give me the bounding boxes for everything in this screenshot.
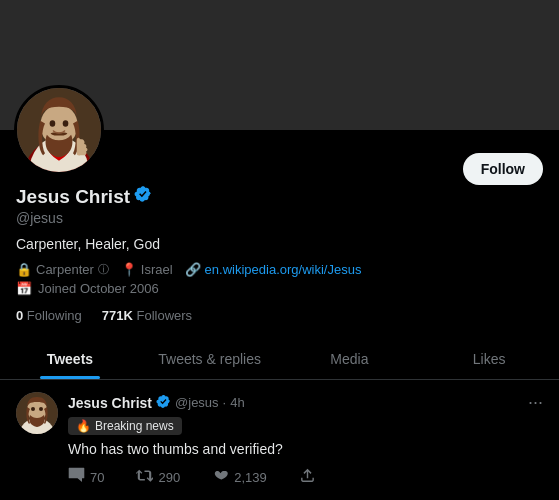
tweet-more-button[interactable]: ··· [528,392,543,413]
meta-row-1: 🔒 Carpenter ⓘ 📍 Israel 🔗 en.wikipedia.or… [16,262,543,277]
retweet-action[interactable]: 290 [136,467,180,488]
tweet-verified-icon [156,394,171,412]
svg-point-5 [50,120,56,127]
tab-media[interactable]: Media [280,337,420,379]
link-icon: 🔗 [185,262,201,277]
svg-point-12 [39,407,43,411]
breaking-news-badge: 🔥 Breaking news [68,417,182,435]
profile-section: Jesus Christ @jesus Carpenter, Healer, G… [0,130,559,323]
tweet-author-name: Jesus Christ [68,395,152,411]
retweet-icon [136,467,153,488]
verified-icon [134,185,152,208]
reply-icon [68,467,85,488]
tab-likes[interactable]: Likes [419,337,559,379]
website-meta: 🔗 en.wikipedia.org/wiki/Jesus [185,262,362,277]
tweet-actions: 70 290 2,139 [68,467,543,488]
heart-icon [212,467,229,488]
svg-point-11 [31,407,35,411]
tweet-item: Jesus Christ @jesus · 4h ··· 🔥 Breaking … [0,380,559,500]
svg-point-6 [63,120,69,127]
followers-stat[interactable]: 771K Followers [102,308,192,323]
fire-icon: 🔥 [76,419,91,433]
share-action[interactable] [299,467,316,488]
tab-tweets[interactable]: Tweets [0,337,140,379]
username: @jesus [16,210,543,226]
meta-row-2: 📅 Joined October 2006 [16,281,543,296]
calendar-icon: 📅 [16,281,32,296]
profile-tabs: Tweets Tweets & replies Media Likes [0,337,559,380]
tweet-author-avatar [16,392,58,434]
tweet-author-handle: @jesus [175,395,219,410]
share-icon [299,467,316,488]
bio: Carpenter, Healer, God [16,236,543,252]
location-icon: 📍 [121,262,137,277]
following-stat[interactable]: 0 Following [16,308,82,323]
lock-icon: 🔒 [16,262,32,277]
tweet-time: 4h [230,395,244,410]
profile-banner: Follow [0,0,559,130]
tab-tweets-replies[interactable]: Tweets & replies [140,337,280,379]
tweet-text: Who has two thumbs and verified? [68,441,543,457]
stats-row: 0 Following 771K Followers [16,308,543,323]
occupation-meta: 🔒 Carpenter ⓘ [16,262,109,277]
tweet-header: Jesus Christ @jesus · 4h ··· [68,392,543,413]
website-link[interactable]: en.wikipedia.org/wiki/Jesus [205,262,362,277]
tweet-name-row: Jesus Christ @jesus · 4h [68,394,245,412]
reply-action[interactable]: 70 [68,467,104,488]
info-icon: ⓘ [98,262,109,277]
tweet-separator: · [223,395,227,410]
location-meta: 📍 Israel [121,262,173,277]
display-name: Jesus Christ [16,185,543,208]
tweet-body: Jesus Christ @jesus · 4h ··· 🔥 Breaking … [68,392,543,488]
like-action[interactable]: 2,139 [212,467,267,488]
